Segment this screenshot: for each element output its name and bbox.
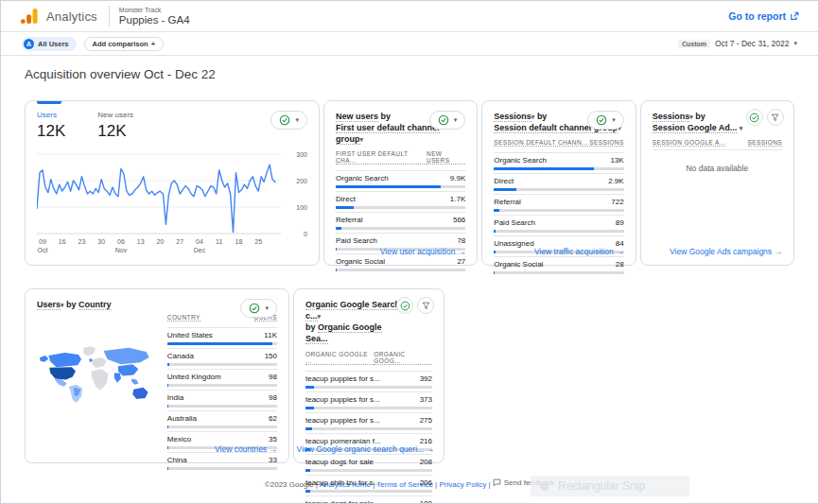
chevron-down-icon: ▾	[318, 313, 322, 320]
metric-dropdown[interactable]: New users	[336, 112, 378, 122]
view-countries-link[interactable]: View countries →	[215, 444, 277, 454]
card-title: Sessions▾ by Session Google Ad... ▾	[653, 111, 747, 133]
dimension-column-header[interactable]: ORGANIC GOOGLE ...	[305, 351, 374, 365]
add-comparison-label: Add comparison	[93, 40, 148, 48]
metric-column-header[interactable]: SESSIONS	[589, 139, 623, 147]
world-map	[37, 331, 158, 422]
table-row: Organic Social27	[336, 253, 465, 271]
row-label: India	[167, 393, 183, 402]
organic-search-queries-card: Organic Google Search c...▾ by Organic G…	[293, 288, 444, 463]
metric-dropdown[interactable]: Users	[37, 300, 61, 310]
users-metric-label: Users	[37, 111, 65, 119]
row-label: teacup puppies for s...	[305, 374, 380, 383]
row-value: 78	[457, 236, 465, 245]
google-ads-card: Sessions▾ by Session Google Ad... ▾	[640, 100, 794, 266]
row-label: Referral	[336, 216, 362, 224]
table-row: teacup dogs for sale208	[305, 454, 432, 472]
row-label: teacup puppies for s...	[305, 416, 380, 425]
filter-button[interactable]	[767, 109, 784, 126]
row-label: Unassigned	[494, 239, 533, 248]
data-quality-button[interactable]	[746, 109, 763, 126]
table-row: United Kingdom98	[167, 369, 277, 387]
chevron-down-icon: ▾	[454, 116, 458, 124]
arrow-icon: →	[427, 444, 435, 454]
table-header: FIRST USER DEFAULT CHA... NEW USERS	[336, 150, 465, 167]
row-label: Mexico	[167, 435, 191, 443]
svg-text:09: 09	[39, 238, 46, 245]
dimension-dropdown[interactable]: Organic Google Sea...	[305, 322, 382, 344]
account-name: Monster Track	[119, 7, 190, 14]
view-traffic-acquisition-link[interactable]: View traffic acquisition →	[534, 247, 624, 256]
metric-column-header[interactable]: ORGANIC GOOG...	[374, 351, 432, 365]
users-line-chart: 010020030009Oct16233006Nov13202704Dec111…	[37, 148, 307, 260]
svg-text:300: 300	[296, 151, 307, 158]
row-bar	[336, 269, 465, 271]
property-selector[interactable]: Monster Track Puppies - GA4	[119, 7, 190, 26]
go-to-report-button[interactable]: Go to report	[728, 10, 799, 22]
row-label: Organic Search	[336, 174, 389, 182]
check-circle-icon	[438, 114, 449, 126]
dimension-dropdown[interactable]: First user default channel group	[336, 123, 440, 145]
data-quality-dropdown-button[interactable]: ▾	[270, 111, 307, 130]
row-bar	[336, 206, 465, 209]
row-bar	[167, 384, 277, 387]
main-content: Acquisition overview Oct - Dec 22 Users …	[1, 56, 818, 489]
chevron-down-icon: ▾	[265, 304, 269, 312]
dimension-column-header[interactable]: FIRST USER DEFAULT CHA...	[336, 150, 427, 165]
all-users-chip[interactable]: A All Users	[22, 37, 77, 51]
view-user-acquisition-link[interactable]: View user acquisition →	[380, 247, 466, 256]
row-bar	[305, 407, 432, 409]
table-row: teacup dogs for sale ...180	[305, 495, 432, 504]
title-text: by	[378, 112, 391, 121]
date-range-type-badge: Custom	[678, 40, 710, 48]
data-quality-dropdown-button[interactable]: ▾	[587, 111, 624, 130]
row-bar	[336, 185, 465, 188]
date-range-picker[interactable]: Custom Oct 7 - Dec 31, 2022 ▾	[678, 39, 797, 48]
metric-column-header[interactable]: SESSIONS	[748, 139, 782, 147]
row-label: Organic Social	[336, 257, 385, 266]
row-label: Paid Search	[336, 236, 377, 245]
data-quality-button[interactable]	[396, 297, 413, 314]
filter-button[interactable]	[417, 297, 434, 314]
row-value: 2.9K	[608, 177, 623, 185]
users-overview-card: Users 12K New users 12K ▾ 010020030009	[25, 100, 320, 266]
metric-column-header[interactable]: NEW USERS	[427, 150, 465, 165]
table-row: Referral566	[336, 212, 465, 230]
dimension-column-header[interactable]: SESSION GOOGLE A...	[653, 139, 726, 147]
view-search-queries-link[interactable]: View Google organic search queri... →	[297, 444, 434, 454]
row-bar	[167, 467, 277, 470]
date-range-label: Oct 7 - Dec 31, 2022	[715, 39, 789, 48]
data-quality-dropdown-button[interactable]: ▾	[240, 299, 277, 318]
dimension-column-header[interactable]: SESSION DEFAULT CHANN...	[494, 139, 587, 147]
row-label: teacup dogs for sale ...	[305, 499, 382, 504]
dimension-dropdown[interactable]: Country	[78, 300, 112, 310]
svg-text:23: 23	[78, 238, 86, 245]
users-metric-value: 12K	[37, 122, 65, 141]
new-users-by-channel-card: New users by First user default channel …	[323, 100, 478, 266]
dimension-dropdown[interactable]: Session Google Ad...	[653, 123, 738, 133]
data-quality-dropdown-button[interactable]: ▾	[429, 111, 466, 130]
row-value: 392	[420, 374, 432, 383]
check-circle-icon	[249, 303, 260, 314]
privacy-policy-link[interactable]: Privacy Policy	[439, 480, 486, 489]
row-label: Direct	[336, 195, 356, 203]
metric-tab-users[interactable]: Users 12K	[37, 111, 65, 141]
row-bar	[167, 342, 277, 345]
chevron-down-icon: ▾	[793, 40, 797, 47]
analytics-window: Analytics Monster Track Puppies - GA4 Go…	[0, 0, 819, 504]
metric-tab-new-users[interactable]: New users 12K	[97, 111, 133, 141]
plus-icon: +	[151, 40, 155, 48]
row-value: 98	[269, 393, 277, 402]
view-google-ads-campaigns-link[interactable]: View Google Ads campaigns →	[670, 247, 782, 256]
row-value: 89	[616, 218, 624, 227]
table-row: United States11K	[167, 327, 277, 345]
metric-dropdown[interactable]: Sessions	[653, 112, 690, 122]
check-circle-icon	[749, 113, 759, 123]
external-link-icon	[790, 11, 799, 21]
dimension-column-header[interactable]: COUNTRY	[167, 314, 200, 322]
row-label: United Kingdom	[167, 373, 221, 381]
arrow-icon: →	[458, 247, 466, 256]
add-comparison-button[interactable]: Add comparison +	[84, 37, 165, 51]
metric-dropdown[interactable]: Sessions	[494, 112, 531, 122]
svg-text:25: 25	[254, 238, 262, 245]
